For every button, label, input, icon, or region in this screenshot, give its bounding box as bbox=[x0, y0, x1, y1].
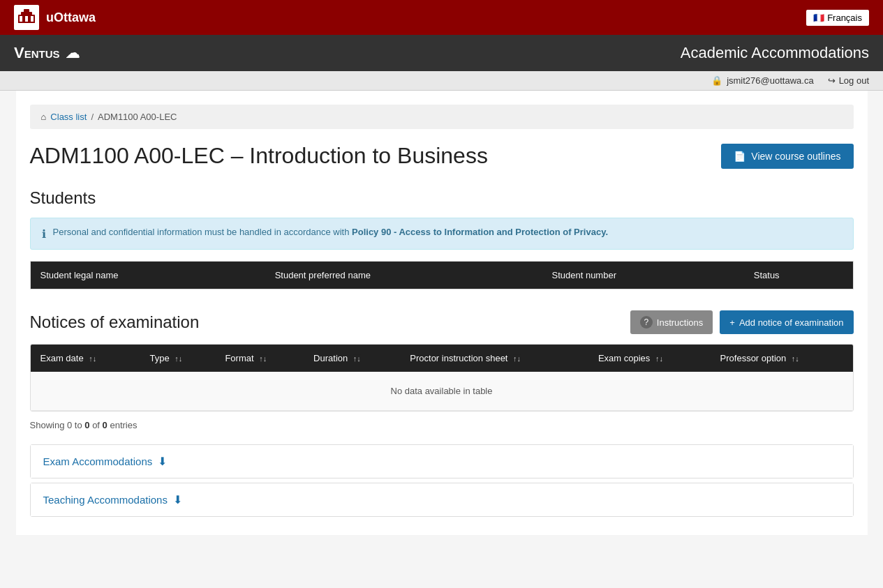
notices-header-row: Exam date ↑↓ Type ↑↓ Format ↑↓ Duration … bbox=[31, 345, 853, 372]
students-table-head: Student legal name Student preferred nam… bbox=[31, 262, 853, 289]
showing-bold2: 0 bbox=[103, 420, 107, 430]
notices-empty-message: No data available in table bbox=[31, 372, 853, 411]
col-exam-copies: Exam copies ↑↓ bbox=[588, 345, 711, 372]
notices-table: Exam date ↑↓ Type ↑↓ Format ↑↓ Duration … bbox=[31, 345, 853, 411]
info-text-pre: Personal and confidential information mu… bbox=[53, 227, 353, 237]
showing-entries-text: Showing 0 to 0 of 0 entries bbox=[30, 420, 854, 430]
info-text: Personal and confidential information mu… bbox=[53, 227, 609, 237]
svg-rect-2 bbox=[24, 9, 29, 13]
showing-bold1: 0 bbox=[84, 420, 89, 430]
col-student-legal-name: Student legal name bbox=[31, 262, 265, 289]
sort-proctor-icon[interactable]: ↑↓ bbox=[513, 354, 521, 363]
accordion-teaching-accommodations: Teaching Accommodations ⬇ bbox=[30, 483, 854, 517]
accordion-exam-accommodations: Exam Accommodations ⬇ bbox=[30, 444, 854, 478]
info-icon: ℹ bbox=[42, 227, 46, 241]
top-header: uOttawa 🇫🇷 Français bbox=[0, 0, 883, 35]
sort-exam-date-icon[interactable]: ↑↓ bbox=[89, 354, 96, 363]
instructions-icon: ? bbox=[640, 316, 653, 329]
notices-actions: ? Instructions + Add notice of examinati… bbox=[630, 310, 854, 334]
main-content: ⌂ Class list / ADM1100 A00-LEC ADM1100 A… bbox=[16, 91, 868, 535]
language-button[interactable]: 🇫🇷 Français bbox=[806, 10, 869, 26]
sort-exam-copies-icon[interactable]: ↑↓ bbox=[655, 354, 663, 363]
info-link: Policy 90 - Access to Information and Pr… bbox=[352, 227, 608, 237]
sort-duration-icon[interactable]: ↑↓ bbox=[353, 354, 361, 363]
notices-table-wrapper: Exam date ↑↓ Type ↑↓ Format ↑↓ Duration … bbox=[30, 344, 854, 412]
col-professor-option: Professor option ↑↓ bbox=[711, 345, 853, 372]
ventus-label: Ventus bbox=[14, 44, 60, 62]
breadcrumb-separator: / bbox=[91, 112, 94, 122]
notices-heading: Notices of examination bbox=[30, 312, 200, 332]
col-status: Status bbox=[744, 262, 853, 289]
svg-rect-6 bbox=[18, 23, 35, 26]
breadcrumb-current: ADM1100 A00-LEC bbox=[98, 112, 177, 122]
svg-rect-5 bbox=[31, 16, 34, 22]
notices-empty-row: No data available in table bbox=[31, 372, 853, 411]
logout-icon: ↪ bbox=[828, 75, 836, 86]
view-course-outlines-button[interactable]: 📄 View course outlines bbox=[721, 144, 853, 169]
user-info: 🔒 jsmit276@uottawa.ca bbox=[711, 75, 813, 86]
uottawa-logo-area: uOttawa bbox=[14, 5, 96, 30]
add-icon: + bbox=[729, 317, 735, 328]
cloud-icon: ☁ bbox=[66, 45, 80, 61]
accordion-exam-label: Exam Accommodations bbox=[43, 455, 153, 467]
accordion-teaching-header[interactable]: Teaching Accommodations ⬇ bbox=[31, 483, 853, 516]
notices-table-head: Exam date ↑↓ Type ↑↓ Format ↑↓ Duration … bbox=[31, 345, 853, 372]
students-table: Student legal name Student preferred nam… bbox=[31, 262, 853, 289]
col-student-preferred-name: Student preferred name bbox=[265, 262, 542, 289]
accordions-container: Exam Accommodations ⬇ Teaching Accommoda… bbox=[30, 444, 854, 517]
home-icon: ⌂ bbox=[41, 112, 47, 122]
breadcrumb: ⌂ Class list / ADM1100 A00-LEC bbox=[30, 105, 854, 129]
col-proctor-sheet: Proctor instruction sheet ↑↓ bbox=[400, 345, 588, 372]
user-email: jsmit276@uottawa.ca bbox=[727, 75, 813, 86]
sort-professor-option-icon[interactable]: ↑↓ bbox=[792, 354, 799, 363]
notices-table-body: No data available in table bbox=[31, 372, 853, 411]
uottawa-logo-icon bbox=[14, 5, 39, 30]
sort-format-icon[interactable]: ↑↓ bbox=[259, 354, 267, 363]
page-title: ADM1100 A00-LEC – Introduction to Busine… bbox=[30, 143, 488, 169]
students-header-row: Student legal name Student preferred nam… bbox=[31, 262, 853, 289]
accordion-exam-arrow: ⬇ bbox=[158, 455, 167, 468]
showing-mid: of bbox=[90, 420, 103, 430]
logout-link[interactable]: ↪ Log out bbox=[828, 75, 869, 86]
notices-header: Notices of examination ? Instructions + … bbox=[30, 310, 854, 334]
students-table-wrapper: Student legal name Student preferred nam… bbox=[30, 261, 854, 289]
page-title-area: ADM1100 A00-LEC – Introduction to Busine… bbox=[30, 143, 854, 169]
col-student-number: Student number bbox=[542, 262, 743, 289]
add-notice-label: Add notice of examination bbox=[739, 317, 844, 328]
accordion-teaching-label: Teaching Accommodations bbox=[43, 494, 168, 506]
col-format: Format ↑↓ bbox=[215, 345, 304, 372]
showing-pre: Showing 0 to bbox=[30, 420, 85, 430]
sort-type-icon[interactable]: ↑↓ bbox=[175, 354, 182, 363]
svg-rect-4 bbox=[25, 16, 28, 22]
accordion-teaching-arrow: ⬇ bbox=[173, 493, 182, 506]
info-alert: ℹ Personal and confidential information … bbox=[30, 218, 854, 250]
second-header: Ventus ☁ Academic Accommodations bbox=[0, 35, 883, 71]
lang-flag: 🇫🇷 bbox=[813, 13, 824, 23]
add-notice-button[interactable]: + Add notice of examination bbox=[720, 310, 853, 334]
lang-label: Français bbox=[827, 13, 862, 23]
accordion-exam-header[interactable]: Exam Accommodations ⬇ bbox=[31, 445, 853, 478]
uottawa-logo-text: uOttawa bbox=[46, 10, 96, 25]
user-bar: 🔒 jsmit276@uottawa.ca ↪ Log out bbox=[0, 71, 883, 91]
user-icon: 🔒 bbox=[711, 75, 722, 86]
class-list-link[interactable]: Class list bbox=[50, 112, 87, 122]
svg-rect-3 bbox=[20, 16, 22, 22]
view-outlines-label: View course outlines bbox=[751, 151, 840, 162]
app-title: Academic Accommodations bbox=[681, 44, 869, 62]
col-type: Type ↑↓ bbox=[140, 345, 215, 372]
instructions-button[interactable]: ? Instructions bbox=[630, 310, 713, 334]
document-icon: 📄 bbox=[734, 151, 745, 162]
instructions-label: Instructions bbox=[657, 317, 703, 328]
col-duration: Duration ↑↓ bbox=[304, 345, 400, 372]
showing-end: entries bbox=[107, 420, 138, 430]
students-heading: Students bbox=[30, 188, 854, 208]
logout-label: Log out bbox=[839, 75, 869, 86]
ventus-logo: Ventus ☁ bbox=[14, 44, 80, 62]
col-exam-date: Exam date ↑↓ bbox=[31, 345, 140, 372]
